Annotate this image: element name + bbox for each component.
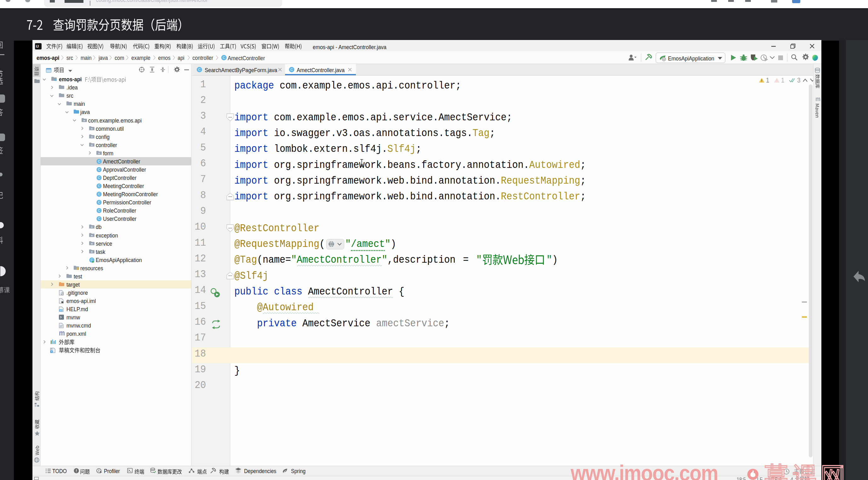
svg-text:C: C <box>98 159 100 163</box>
svg-text:C: C <box>223 56 225 60</box>
svg-text:C: C <box>98 192 100 196</box>
svg-text:C: C <box>98 184 100 188</box>
svg-text:C: C <box>98 176 100 180</box>
svg-text:C: C <box>98 217 100 221</box>
svg-text:IJ: IJ <box>36 44 39 48</box>
svg-text:C: C <box>98 200 100 204</box>
svg-text:C: C <box>98 209 100 213</box>
svg-text:C: C <box>98 168 100 171</box>
svg-text:MD: MD <box>60 309 63 311</box>
svg-text:C: C <box>198 68 200 71</box>
svg-text:C: C <box>290 68 293 71</box>
